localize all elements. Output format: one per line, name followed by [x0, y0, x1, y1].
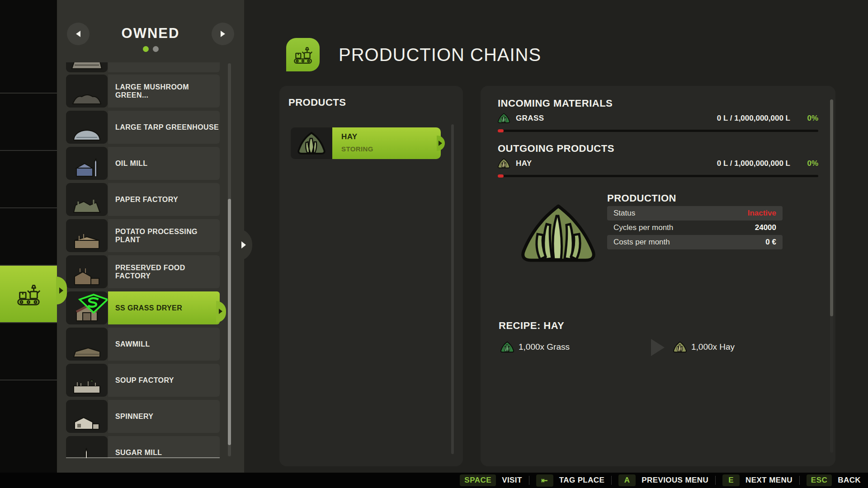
- progress-fill: [498, 129, 504, 132]
- building-image: [70, 157, 104, 178]
- row-label: Status: [613, 209, 635, 218]
- sidebar-item-contracts[interactable]: [0, 207, 57, 265]
- scrollbar-thumb[interactable]: [830, 99, 833, 316]
- recipe-output: 1,000x Hay: [673, 337, 735, 357]
- arrow-right-icon: [221, 31, 225, 37]
- production-icon: [292, 43, 314, 66]
- hay-product-icon: [297, 131, 326, 155]
- sidebar-item-settings[interactable]: [0, 380, 57, 437]
- chevron-right-icon: [439, 141, 442, 146]
- list-item-building[interactable]: POTATO PROCESSING PLANT: [66, 219, 220, 252]
- selected-item-pointer: [216, 301, 226, 323]
- material-amount: 0 L / 1,000,000,000 L: [717, 114, 790, 123]
- building-list-scrollbar[interactable]: [228, 63, 231, 456]
- sidebar-item-statistics[interactable]: [0, 322, 57, 380]
- building-thumbnail: [66, 364, 108, 397]
- progress-fill: [498, 174, 504, 178]
- hint-visit[interactable]: SPACE VISIT: [460, 474, 522, 486]
- product-name: HAY: [516, 159, 532, 168]
- list-item-building[interactable]: PRESERVED FOOD FACTORY: [66, 255, 220, 288]
- cow-icon: [14, 165, 42, 193]
- hint-next-menu[interactable]: E NEXT MENU: [722, 474, 793, 486]
- list-item-building[interactable]: LARGE MUSHROOM GREEN...: [66, 75, 220, 108]
- owned-buildings-panel: OWNED LARGE MUSHROOM GREEN...: [57, 0, 244, 488]
- list-item-building[interactable]: OIL MILL: [66, 147, 220, 180]
- building-thumbnail: [66, 255, 108, 288]
- grass-artwork: [517, 200, 600, 267]
- building-image: [70, 410, 104, 431]
- calendar-icon: 15: [14, 108, 42, 136]
- recipe-arrow-icon: [651, 339, 665, 356]
- building-label: PRESERVED FOOD FACTORY: [108, 255, 220, 288]
- details-scrollbar[interactable]: [830, 99, 833, 453]
- incoming-materials-title: INCOMING MATERIALS: [498, 98, 613, 109]
- contracts-icon: [14, 223, 42, 251]
- page-indicator: [57, 46, 244, 52]
- grass-icon: [500, 341, 514, 353]
- list-item-building[interactable]: SAWMILL: [66, 328, 220, 361]
- table-row-status: Status Inactive: [607, 206, 783, 221]
- next-page-button[interactable]: [212, 23, 234, 45]
- recipe-input: 1,000x Grass: [500, 337, 570, 357]
- panel-expander[interactable]: [237, 229, 252, 261]
- building-label: PAPER FACTORY: [108, 183, 220, 216]
- list-item-building[interactable]: SOUP FACTORY: [66, 364, 220, 397]
- a-key: A: [618, 474, 636, 486]
- product-amount: 0 L / 1,000,000,000 L: [717, 159, 790, 168]
- building-thumbnail: [66, 147, 108, 180]
- hint-back[interactable]: ESC BACK: [807, 474, 861, 486]
- building-thumbnail: [66, 328, 108, 361]
- hay-icon: [498, 158, 510, 169]
- sidebar-item-animals[interactable]: [0, 150, 57, 207]
- key-hints-bar: SPACE VISIT ⇤ TAG PLACE A PREVIOUS MENU …: [0, 473, 868, 488]
- calendar-day-label: 15: [24, 121, 33, 131]
- list-item-building[interactable]: LARGE TARP GREENHOUSE: [66, 111, 220, 144]
- sidebar-item-production[interactable]: [0, 265, 57, 322]
- list-item-building[interactable]: SUGAR MILL: [66, 436, 220, 458]
- grass-icon: [498, 113, 510, 123]
- building-label: POTATO PROCESSING PLANT: [108, 219, 220, 252]
- chevron-right-icon: [59, 287, 63, 294]
- building-label: SS GRASS DRYER: [108, 291, 220, 324]
- map-icon: [14, 50, 42, 78]
- product-item-hay[interactable]: HAY STORING: [291, 127, 441, 159]
- building-image: [70, 266, 104, 286]
- building-thumbnail: [66, 291, 108, 324]
- list-item-partial[interactable]: [66, 62, 220, 72]
- hint-previous-menu[interactable]: A PREVIOUS MENU: [618, 474, 708, 486]
- outgoing-product-row: HAY 0 L / 1,000,000,000 L 0%: [498, 158, 818, 169]
- incoming-material-row: GRASS 0 L / 1,000,000,000 L 0%: [498, 113, 818, 123]
- building-label: LARGE TARP GREENHOUSE: [108, 111, 220, 144]
- recipe-row: 1,000x Grass 1,000x Hay: [500, 337, 817, 357]
- sidebar-item-map[interactable]: [0, 35, 57, 92]
- scrollbar-thumb[interactable]: [228, 199, 231, 445]
- chevron-right-icon: [241, 241, 246, 249]
- building-image: [70, 62, 104, 70]
- space-key: SPACE: [460, 474, 496, 486]
- list-item-building[interactable]: PAPER FACTORY: [66, 183, 220, 216]
- building-image: [70, 446, 104, 458]
- superman-logo-icon: [77, 293, 108, 314]
- material-name: GRASS: [516, 114, 544, 123]
- list-clip-line: [66, 457, 220, 458]
- sidebar-item-calendar[interactable]: 15: [0, 93, 57, 150]
- building-label: SPINNERY: [108, 400, 220, 433]
- product-status: STORING: [341, 145, 441, 153]
- building-list: LARGE MUSHROOM GREEN... LARGE TARP GREEN…: [66, 62, 220, 458]
- production-chains-screen: 15: [0, 0, 868, 488]
- page-dot-active: [143, 46, 149, 52]
- building-label: [108, 62, 220, 72]
- building-thumbnail: [66, 219, 108, 252]
- product-thumbnail: [291, 127, 332, 159]
- table-row-cycles: Cycles per month 24000: [607, 221, 783, 235]
- building-image: [70, 374, 104, 395]
- list-item-building[interactable]: SPINNERY: [66, 400, 220, 433]
- list-item-building-selected[interactable]: SS GRASS DRYER: [66, 291, 220, 324]
- production-details-panel: INCOMING MATERIALS GRASS 0 L / 1,000,000…: [481, 86, 835, 466]
- building-label: LARGE MUSHROOM GREEN...: [108, 75, 220, 108]
- e-key: E: [722, 474, 740, 486]
- hint-tag-place[interactable]: ⇤ TAG PLACE: [536, 474, 605, 487]
- divider: [611, 476, 612, 485]
- product-percent: 0%: [790, 159, 818, 168]
- products-scrollbar[interactable]: [451, 124, 454, 454]
